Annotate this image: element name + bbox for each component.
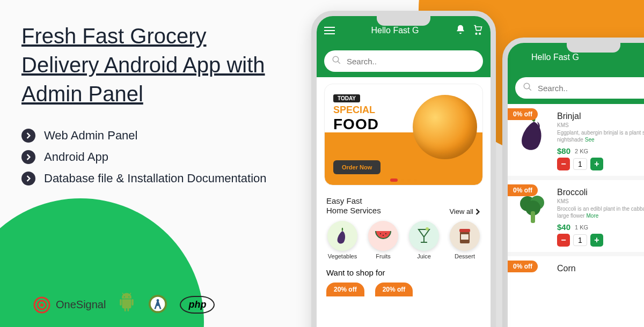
product-weight: 2 KG [575, 148, 588, 154]
watermelon-icon [368, 221, 398, 251]
svg-rect-16 [459, 229, 470, 232]
jam-icon [450, 221, 480, 251]
svg-point-6 [333, 56, 339, 62]
onesignal-label: OneSignal [56, 299, 106, 311]
onesignal-badge: OneSignal [32, 295, 106, 315]
category-label: Juice [417, 253, 431, 259]
carousel-dots[interactable] [390, 179, 417, 182]
phone-mock-home: Hello Fast G TODAY SPECIAL FOOD Order No… [311, 11, 496, 327]
product-card[interactable]: 0% off Broccoli KMS Broccoli is an edibl… [508, 180, 644, 252]
qty-minus-button[interactable]: − [557, 234, 570, 247]
quantity-stepper: − 1 + [557, 234, 644, 247]
product-name: Broccoli [557, 188, 644, 197]
cart-icon[interactable] [472, 24, 483, 37]
svg-point-13 [426, 227, 429, 231]
android-studio-icon [148, 294, 168, 316]
bell-icon[interactable] [455, 24, 466, 37]
headline: Fresh Fast Grocery Delivery Android App … [21, 21, 290, 108]
quantity-stepper: − 1 + [557, 158, 644, 170]
product-card[interactable]: 0% off Corn [508, 256, 644, 312]
svg-point-9 [383, 235, 384, 236]
feature-text: Web Admin Panel [44, 129, 137, 143]
promo-banner[interactable]: TODAY SPECIAL FOOD Order Now [324, 84, 483, 185]
product-desc: Broccoli is an edibl plant in the cabbag… [557, 205, 644, 219]
section-title: Easy Fast Home Services [326, 196, 381, 215]
android-icon [118, 292, 136, 317]
greeting: Hello Fast G [515, 53, 644, 62]
chevron-right-icon [21, 129, 35, 143]
discount-badge: 0% off [508, 108, 538, 120]
qty-plus-button[interactable]: + [590, 234, 603, 247]
shop-section-title: Want to shop for [317, 265, 491, 283]
feature-item: Web Admin Panel [21, 129, 290, 143]
category-row: Vegetables Fruits Juice Dessert [317, 221, 491, 265]
qty-plus-button[interactable]: + [590, 158, 603, 170]
search-input[interactable] [347, 57, 475, 66]
eggplant-icon [327, 221, 357, 251]
chevron-right-icon [21, 150, 35, 164]
product-name: Brinjal [557, 112, 644, 121]
mango-image [413, 95, 477, 159]
greeting: Hello Fast G [342, 26, 448, 35]
product-weight: 1 KG [575, 224, 588, 231]
category-dessert[interactable]: Dessert [450, 221, 480, 259]
qty-value: 1 [573, 158, 587, 170]
discount-tag[interactable]: 20% off [326, 283, 364, 296]
tech-badges: OneSignal php [32, 292, 215, 317]
search-wrap [317, 45, 491, 77]
phone-notch [567, 43, 620, 53]
qty-value: 1 [573, 234, 587, 246]
category-label: Fruits [376, 253, 391, 259]
category-label: Vegetables [328, 253, 357, 259]
svg-point-10 [385, 233, 386, 234]
marketing-panel: Fresh Fast Grocery Delivery Android App … [21, 21, 290, 193]
feature-item: Database file & Installation Documentati… [21, 172, 290, 185]
view-all-link[interactable]: View all [449, 207, 481, 215]
search-icon [332, 55, 341, 67]
product-sub: KMS [557, 198, 644, 204]
feature-list: Web Admin Panel Android App Database fil… [21, 129, 290, 185]
feature-text: Database file & Installation Documentati… [44, 172, 267, 185]
product-sub: KMS [557, 122, 644, 128]
chevron-right-icon [21, 172, 35, 185]
product-price: $80 [557, 146, 570, 155]
product-card[interactable]: 0% off Brinjal KMS Eggplant, aubergin br… [508, 104, 644, 176]
feature-text: Android App [44, 150, 108, 164]
search-bar[interactable] [324, 50, 483, 72]
search-icon [523, 82, 532, 94]
category-label: Dessert [455, 253, 475, 259]
svg-point-5 [157, 299, 159, 301]
product-price: $40 [557, 222, 570, 232]
promo-today: TODAY [333, 94, 360, 102]
svg-rect-22 [531, 211, 535, 223]
onesignal-icon [32, 295, 52, 315]
discount-badge: 0% off [508, 184, 538, 196]
qty-minus-button[interactable]: − [557, 158, 570, 170]
search-input[interactable] [538, 84, 644, 93]
discount-badge: 0% off [508, 261, 538, 272]
php-badge: php [180, 296, 215, 314]
category-fruits[interactable]: Fruits [368, 221, 398, 259]
svg-point-2 [40, 303, 43, 307]
category-vegetables[interactable]: Vegetables [327, 221, 357, 259]
discount-tag[interactable]: 20% off [375, 283, 413, 296]
order-now-button[interactable]: Order Now [333, 160, 380, 174]
search-wrap [508, 72, 644, 104]
svg-line-18 [529, 88, 531, 91]
discount-tags: 20% off 20% off [317, 283, 491, 296]
svg-point-17 [524, 83, 530, 89]
svg-line-7 [338, 61, 340, 64]
search-bar[interactable] [515, 77, 644, 99]
feature-item: Android App [21, 150, 290, 164]
category-juice[interactable]: Juice [409, 221, 439, 259]
cocktail-icon [409, 221, 439, 251]
section-header: Easy Fast Home Services View all [317, 192, 491, 221]
see-more-link[interactable]: More [586, 213, 598, 219]
product-desc: Eggplant, aubergin brinjal is a plant sp… [557, 129, 644, 143]
menu-icon[interactable] [324, 27, 335, 34]
product-name: Corn [557, 264, 644, 273]
svg-point-8 [380, 233, 381, 234]
phone-notch [377, 16, 430, 26]
phone-mock-list: Hello Fast G 0% off Brinjal KMS Eggplant… [502, 38, 644, 327]
see-more-link[interactable]: See [585, 137, 595, 143]
